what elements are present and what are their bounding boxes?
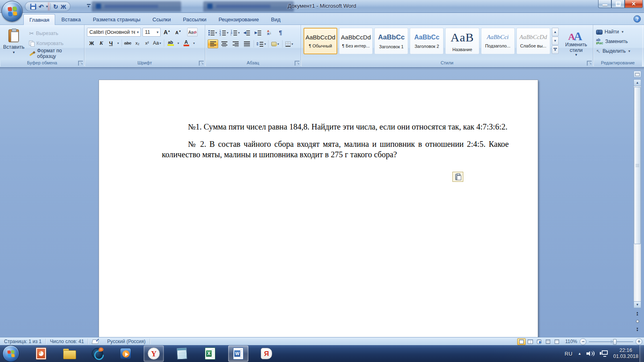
line-spacing-button[interactable]: ⇕▼ [256,39,266,48]
scroll-down-icon[interactable]: ▼ [634,301,641,308]
save-icon[interactable] [30,4,36,10]
underline-button[interactable]: Ч [106,39,116,47]
undo-icon[interactable]: ↶ [39,4,44,10]
zoom-level[interactable]: 110% [564,339,577,344]
font-name-combobox[interactable]: Calibri (Основной тек ▼ [87,28,141,37]
document-page[interactable]: №1. Сумма пяти чисел равна 184,8. Найдит… [99,80,538,339]
scroll-up-icon[interactable]: ▲ [634,79,641,86]
clock[interactable]: 22:16 01.03.2018 [613,348,638,360]
fullscreen-reading-view-button[interactable] [526,338,535,345]
copy-button[interactable]: Копировать [27,39,83,48]
cut-button[interactable]: ✂ Вырезать [27,29,83,38]
zoom-thumb[interactable] [613,339,617,345]
multilevel-list-button[interactable]: 1ai▼ [230,28,241,37]
outline-view-button[interactable] [544,338,552,345]
scrollbar-thumb[interactable] [634,87,641,244]
taskbar-item-media-player[interactable] [116,346,136,362]
decrease-indent-button[interactable]: ◀ [242,28,252,37]
gallery-down-icon[interactable]: ▼ [552,37,559,45]
font-size-combobox[interactable]: 11 ▼ [142,28,161,37]
gallery-up-icon[interactable]: ▲ [552,28,559,36]
clear-formatting-button[interactable]: Aa [187,28,198,37]
taskbar-item-messenger[interactable] [87,346,107,362]
help-icon[interactable]: ? [634,15,641,23]
redo-icon[interactable]: ↻ [53,4,58,10]
spellcheck-status[interactable]: ✓ [88,337,103,345]
select-browse-object-button[interactable] [634,318,641,325]
previous-page-button[interactable]: ▲▲ [634,310,641,317]
print-layout-view-button[interactable] [517,338,526,345]
replace-button[interactable]: ab⇄ac Заменить [595,37,641,46]
taskbar-item-yandex-browser[interactable]: Y [144,346,164,362]
font-dialog-launcher-icon[interactable]: ↘ [199,61,204,66]
tab-ssylki[interactable]: Ссылки [147,14,177,25]
office-button[interactable] [2,1,23,22]
superscript-button[interactable]: x² [142,39,152,47]
numbering-button[interactable]: 123▼ [219,28,229,37]
start-button[interactable] [2,345,19,362]
style-heading2[interactable]: AaBbCc Заголовок 2 [410,28,444,54]
change-case-button[interactable]: Aa▼ [152,39,163,47]
styles-dialog-launcher-icon[interactable]: ↘ [587,61,592,66]
highlight-dropdown-icon[interactable]: ▼ [176,39,181,47]
zoom-in-button[interactable]: + [636,338,642,345]
tab-vstavka[interactable]: Вставка [55,14,87,25]
draft-view-button[interactable] [553,338,561,345]
align-left-button[interactable] [208,39,218,48]
font-color-button[interactable]: А [181,39,192,47]
align-right-button[interactable] [230,39,241,48]
change-styles-button[interactable]: AA Изменить стили ▼ [561,27,591,60]
shading-button[interactable]: ▼ [270,39,281,48]
tab-vid[interactable]: Вид [265,14,287,25]
tab-razmetka[interactable]: Разметка страницы [87,14,147,25]
taskbar-item-explorer[interactable] [59,346,79,362]
style-heading1[interactable]: AaBbCс Заголовок 1 [374,28,408,54]
bold-qat-icon[interactable]: Ж [61,4,66,10]
volume-icon[interactable] [586,350,594,357]
ruler-toggle-button[interactable] [634,71,641,78]
zoom-slider[interactable] [589,338,633,345]
bullets-button[interactable]: ▼ [208,28,218,37]
taskbar-item-powerpoint[interactable] [31,346,51,362]
justify-button[interactable] [242,39,252,48]
web-layout-view-button[interactable] [535,338,543,345]
zoom-out-button[interactable]: − [580,338,586,345]
next-page-button[interactable]: ▼▼ [634,326,641,333]
style-subtle-emphasis[interactable]: AaBbCcDd Слабое вы... [516,28,550,54]
paragraph-dialog-launcher-icon[interactable]: ↘ [295,61,299,66]
taskbar-item-word[interactable] [228,346,248,362]
select-button[interactable]: ↖ Выделить ▼ [595,47,641,56]
align-center-button[interactable] [219,39,229,48]
paragraph-1[interactable]: №1. Сумма пяти чисел равна 184,8. Найдит… [162,121,509,132]
page-indicator[interactable]: Страница: 1 из 1 [0,337,45,345]
style-subtitle[interactable]: AaBbCci Подзаголо... [481,28,515,54]
style-normal[interactable]: AaBbCcDd ¶ Обычный [303,28,337,54]
style-no-spacing[interactable]: AaBbCcDd ¶ Без интер... [339,28,373,54]
hidden-icons-arrow-icon[interactable]: ▲ [578,352,582,356]
language-indicator[interactable]: Русский (Россия) [103,337,149,345]
grow-font-button[interactable]: A▲ [162,28,172,37]
strikethrough-button[interactable]: abc [123,39,132,47]
tab-glavnaya[interactable]: Главная [23,14,55,25]
word-count[interactable]: Число слов: 41 [46,337,88,345]
increase-indent-button[interactable]: ▶ [253,28,263,37]
taskbar-item-yandex[interactable]: Я [256,346,277,362]
italic-button[interactable]: K [97,39,106,47]
shrink-font-button[interactable]: A▼ [173,28,183,37]
clipboard-dialog-launcher-icon[interactable]: ↘ [78,61,83,66]
customize-qat-icon[interactable]: ▾ [85,3,92,10]
scrollbar-track[interactable] [634,86,641,301]
subscript-button[interactable]: x₂ [133,39,142,47]
close-button[interactable]: ✕ [625,0,643,8]
font-color-dropdown-icon[interactable]: ▼ [192,39,196,47]
gallery-more-icon[interactable]: ▼ [552,45,559,54]
language-switcher[interactable]: RU [565,351,573,357]
taskbar-item-excel[interactable] [200,346,220,362]
paragraph-2[interactable]: № 2. В состав чайного сбора входят мята,… [162,139,509,160]
network-icon[interactable] [600,350,608,357]
tab-recenzirovanie[interactable]: Рецензирование [213,14,265,25]
sort-button[interactable]: АЯ↓ [264,28,275,37]
format-painter-button[interactable]: Формат по образцу [27,49,83,58]
undo-dropdown-icon[interactable]: ▾ [46,4,48,8]
paste-button[interactable]: Вставить ▼ [2,27,26,60]
